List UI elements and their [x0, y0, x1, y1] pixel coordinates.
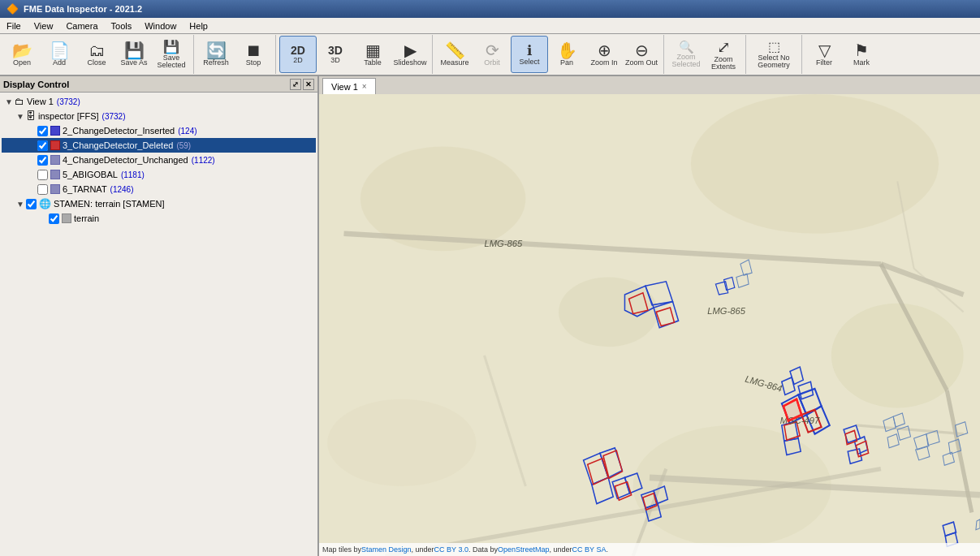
3d-button[interactable]: 3D 3D — [317, 36, 354, 73]
checkbox-tarnat[interactable] — [37, 184, 48, 195]
tree-item-inserted[interactable]: ▶ 2_ChangeDetector_Inserted (124) — [2, 123, 316, 138]
view-area: View 1 × — [319, 76, 980, 556]
pan-icon: ✋ — [557, 42, 577, 58]
table-button[interactable]: ▦ Table — [354, 36, 391, 73]
color-box-tarnat — [50, 184, 60, 194]
view-tab-1[interactable]: View 1 × — [322, 78, 376, 94]
add-button[interactable]: 📄 Add — [41, 36, 78, 73]
mark-icon: ⚑ — [854, 42, 869, 58]
toolbar-file-group: 📂 Open 📄 Add 🗂 Close 💾 Save As 💾 Save Se… — [3, 35, 194, 74]
tree-inspector-ffs[interactable]: ▼ 🗄 inspector [FFS] (3732) — [2, 109, 316, 123]
svg-point-3 — [831, 304, 964, 408]
menu-file[interactable]: File — [0, 19, 28, 32]
checkbox-unchanged[interactable] — [37, 155, 48, 166]
add-icon: 📄 — [50, 42, 70, 58]
menu-help[interactable]: Help — [183, 19, 214, 32]
measure-button[interactable]: 📏 Measure — [436, 36, 473, 73]
map-container[interactable]: LMG-865 LMG-865 LMG-864 MGC-497 Map tile… — [319, 94, 980, 556]
checkbox-stamen[interactable] — [26, 199, 37, 209]
zoom-out-icon: ⊖ — [635, 42, 649, 58]
select-icon: ℹ — [527, 44, 532, 58]
svg-text:LMG-865: LMG-865 — [707, 305, 745, 315]
checkbox-inserted[interactable] — [37, 126, 48, 136]
folder-icon-ffs: 🗄 — [26, 110, 36, 122]
menu-camera[interactable]: Camera — [59, 19, 104, 32]
stop-button[interactable]: ⏹ Stop — [235, 36, 272, 73]
close-button[interactable]: 🗂 Close — [78, 36, 115, 73]
color-box-deleted — [50, 140, 60, 150]
menu-window[interactable]: Window — [138, 19, 183, 32]
stop-icon: ⏹ — [245, 42, 261, 58]
select-button[interactable]: ℹ Select — [511, 36, 548, 73]
tree-stamen[interactable]: ▼ 🌐 STAMEN: terrain [STAMEN] — [2, 196, 316, 211]
orbit-button[interactable]: ⟳ Orbit — [473, 36, 511, 73]
2d-icon: 2D — [291, 45, 305, 56]
cc-by-30-link[interactable]: CC BY 3.0 — [434, 545, 468, 554]
save-as-button[interactable]: 💾 Save As — [115, 36, 153, 73]
main-area: Display Control ⤢ ✕ ▼ 🗀 View 1 (3732) ▼ … — [0, 76, 980, 556]
display-control-header: Display Control ⤢ ✕ — [0, 76, 317, 93]
close-icon: 🗂 — [89, 42, 105, 58]
display-control-title: Display Control — [3, 80, 69, 89]
orbit-icon: ⟳ — [486, 42, 499, 58]
table-icon: ▦ — [365, 42, 381, 58]
tree-view1[interactable]: ▼ 🗀 View 1 (3732) — [2, 94, 316, 109]
zoom-selected-button[interactable]: 🔍 Zoom Selected — [667, 36, 705, 73]
display-control-panel: Display Control ⤢ ✕ ▼ 🗀 View 1 (3732) ▼ … — [0, 76, 319, 556]
menu-tools[interactable]: Tools — [105, 19, 139, 32]
view-tab-label: View 1 — [331, 82, 358, 92]
toolbar-view-group: 2D 2D 3D 3D ▦ Table ▶ Slideshow — [279, 35, 433, 74]
app-icon: 🔶 — [6, 3, 19, 15]
zoom-extents-button[interactable]: ⤢ Zoom Extents — [705, 36, 742, 73]
color-box-inserted — [50, 126, 60, 136]
3d-icon: 3D — [328, 45, 343, 56]
app-title: FME Data Inspector - 2021.2 — [24, 4, 142, 14]
filter-button[interactable]: ▽ Filter — [805, 36, 843, 73]
zoom-extents-icon: ⤢ — [717, 39, 731, 55]
mark-button[interactable]: ⚑ Mark — [843, 36, 880, 73]
tree-item-tarnat[interactable]: ▶ 6_TARNAT (1246) — [2, 182, 316, 196]
tree-item-deleted[interactable]: ▶ 3_ChangeDetector_Deleted (59) — [2, 138, 316, 153]
tab-close-button[interactable]: × — [362, 82, 367, 91]
openstreetmap-link[interactable]: OpenStreetMap — [498, 545, 550, 554]
stamen-link[interactable]: Stamen Design — [361, 545, 412, 554]
save-as-icon: 💾 — [124, 42, 145, 58]
pan-button[interactable]: ✋ Pan — [548, 36, 585, 73]
checkbox-deleted[interactable] — [37, 140, 48, 151]
2d-button[interactable]: 2D 2D — [279, 36, 317, 73]
checkbox-abigobal[interactable] — [37, 170, 48, 180]
zoom-in-button[interactable]: ⊕ Zoom In — [585, 36, 623, 73]
cc-by-sa-link[interactable]: CC BY SA — [572, 545, 607, 554]
save-selected-button[interactable]: 💾 Save Selected — [153, 36, 190, 73]
select-no-geometry-button[interactable]: ⬚ Select No Geometry — [749, 36, 798, 73]
toolbar: 📂 Open 📄 Add 🗂 Close 💾 Save As 💾 Save Se… — [0, 34, 980, 76]
slideshow-button[interactable]: ▶ Slideshow — [391, 36, 429, 73]
select-no-geometry-icon: ⬚ — [768, 41, 780, 54]
display-control-buttons: ⤢ ✕ — [290, 79, 314, 90]
tree-item-abigobal[interactable]: ▶ 5_ABIGOBAL (1181) — [2, 167, 316, 182]
view-tabs: View 1 × — [319, 76, 980, 94]
display-control-close-btn[interactable]: ✕ — [303, 79, 314, 90]
open-button[interactable]: 📂 Open — [3, 36, 41, 73]
refresh-button[interactable]: 🔄 Refresh — [197, 36, 235, 73]
menu-view[interactable]: View — [28, 19, 60, 32]
titlebar: 🔶 FME Data Inspector - 2021.2 — [0, 0, 980, 18]
filter-icon: ▽ — [818, 42, 831, 58]
display-control-resize-btn[interactable]: ⤢ — [290, 79, 301, 90]
map-svg: LMG-865 LMG-865 LMG-864 MGC-497 — [319, 94, 980, 556]
refresh-icon: 🔄 — [206, 42, 227, 58]
zoom-out-button[interactable]: ⊖ Zoom Out — [623, 36, 660, 73]
expand-arrow-view1: ▼ — [5, 97, 15, 106]
svg-point-4 — [327, 399, 476, 486]
svg-point-2 — [691, 94, 939, 234]
open-icon: 📂 — [12, 42, 32, 58]
save-selected-icon: 💾 — [163, 41, 179, 54]
toolbar-refresh-group: 🔄 Refresh ⏹ Stop — [197, 35, 276, 74]
tree-terrain[interactable]: ▶ terrain — [2, 211, 316, 226]
expand-arrow-stamen: ▼ — [16, 200, 26, 209]
checkbox-terrain[interactable] — [49, 213, 59, 224]
map-attribution: Map tiles by Stamen Design , under CC BY… — [319, 543, 980, 556]
svg-text:LMG-865: LMG-865 — [485, 239, 523, 248]
toolbar-zoom-group: 🔍 Zoom Selected ⤢ Zoom Extents — [667, 35, 746, 74]
tree-item-unchanged[interactable]: ▶ 4_ChangeDetector_Unchanged (1122) — [2, 153, 316, 167]
